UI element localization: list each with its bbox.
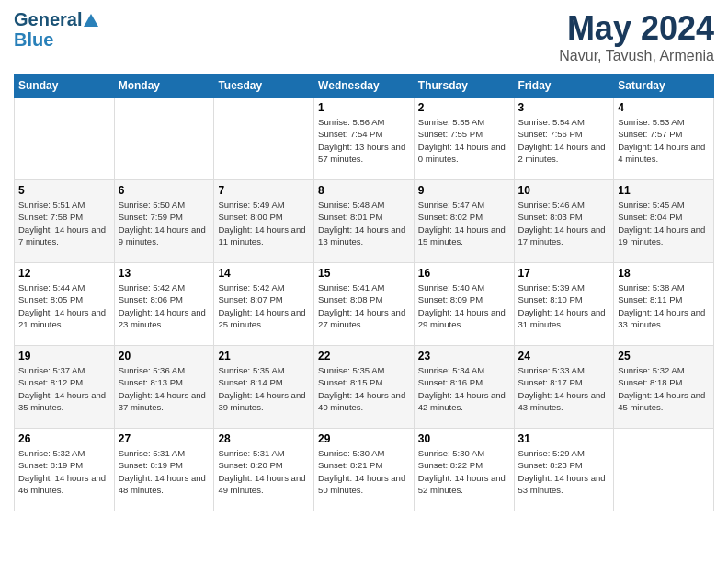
day-number: 16 (418, 267, 510, 280)
table-row: 9Sunrise: 5:47 AMSunset: 8:02 PMDaylight… (414, 180, 514, 263)
week-row-2: 12Sunrise: 5:44 AMSunset: 8:05 PMDayligh… (15, 263, 714, 346)
table-row: 28Sunrise: 5:31 AMSunset: 8:20 PMDayligh… (214, 429, 314, 511)
table-row (614, 429, 714, 511)
cell-info: Sunrise: 5:51 AMSunset: 7:58 PMDaylight:… (18, 199, 110, 247)
day-number: 12 (18, 267, 110, 280)
day-number: 6 (119, 184, 210, 197)
table-row (15, 98, 115, 180)
table-row: 12Sunrise: 5:44 AMSunset: 8:05 PMDayligh… (15, 263, 115, 346)
header: General Blue May 2024 Navur, Tavush, Arm… (14, 9, 714, 64)
day-number: 10 (518, 184, 610, 197)
table-row: 27Sunrise: 5:31 AMSunset: 8:19 PMDayligh… (114, 429, 214, 511)
cell-info: Sunrise: 5:50 AMSunset: 7:59 PMDaylight:… (119, 199, 210, 247)
table-row: 26Sunrise: 5:32 AMSunset: 8:19 PMDayligh… (15, 429, 115, 511)
table-row: 5Sunrise: 5:51 AMSunset: 7:58 PMDaylight… (15, 180, 115, 263)
table-row: 25Sunrise: 5:32 AMSunset: 8:18 PMDayligh… (614, 346, 714, 429)
cell-info: Sunrise: 5:55 AMSunset: 7:55 PMDaylight:… (418, 116, 510, 165)
col-saturday: Saturday (614, 75, 714, 98)
cell-info: Sunrise: 5:33 AMSunset: 8:17 PMDaylight:… (518, 364, 610, 413)
week-row-1: 5Sunrise: 5:51 AMSunset: 7:58 PMDaylight… (15, 180, 714, 263)
table-row: 31Sunrise: 5:29 AMSunset: 8:23 PMDayligh… (514, 429, 614, 511)
cell-info: Sunrise: 5:47 AMSunset: 8:02 PMDaylight:… (418, 199, 510, 247)
cell-info: Sunrise: 5:42 AMSunset: 8:07 PMDaylight:… (218, 282, 310, 330)
cell-info: Sunrise: 5:37 AMSunset: 8:12 PMDaylight:… (18, 364, 110, 413)
svg-marker-0 (84, 14, 98, 27)
logo-general: General (14, 9, 82, 29)
day-number: 9 (418, 184, 510, 197)
day-number: 27 (119, 432, 210, 445)
cell-info: Sunrise: 5:45 AMSunset: 8:04 PMDaylight:… (618, 199, 710, 247)
col-monday: Monday (114, 75, 214, 98)
logo-icon (84, 12, 98, 27)
day-number: 14 (218, 267, 310, 280)
day-number: 18 (618, 267, 710, 280)
day-number: 3 (518, 101, 610, 114)
table-row: 10Sunrise: 5:46 AMSunset: 8:03 PMDayligh… (514, 180, 614, 263)
cell-info: Sunrise: 5:30 AMSunset: 8:21 PMDaylight:… (318, 447, 410, 496)
day-number: 20 (119, 350, 210, 362)
cell-info: Sunrise: 5:49 AMSunset: 8:00 PMDaylight:… (218, 199, 310, 247)
table-row: 15Sunrise: 5:41 AMSunset: 8:08 PMDayligh… (314, 263, 415, 346)
table-row: 14Sunrise: 5:42 AMSunset: 8:07 PMDayligh… (214, 263, 314, 346)
table-row (214, 98, 314, 180)
table-row: 16Sunrise: 5:40 AMSunset: 8:09 PMDayligh… (414, 263, 514, 346)
table-row: 20Sunrise: 5:36 AMSunset: 8:13 PMDayligh… (114, 346, 214, 429)
calendar-container: General Blue May 2024 Navur, Tavush, Arm… (0, 0, 728, 521)
day-number: 30 (418, 432, 510, 445)
day-number: 17 (518, 267, 610, 280)
day-number: 19 (18, 350, 110, 362)
calendar-title: May 2024 (559, 9, 714, 48)
day-number: 24 (518, 350, 610, 362)
day-number: 28 (218, 432, 310, 445)
cell-info: Sunrise: 5:31 AMSunset: 8:19 PMDaylight:… (119, 447, 210, 496)
table-row: 18Sunrise: 5:38 AMSunset: 8:11 PMDayligh… (614, 263, 714, 346)
header-row: Sunday Monday Tuesday Wednesday Thursday… (15, 75, 714, 98)
cell-info: Sunrise: 5:53 AMSunset: 7:57 PMDaylight:… (618, 116, 710, 165)
table-row: 3Sunrise: 5:54 AMSunset: 7:56 PMDaylight… (514, 98, 614, 180)
day-number: 5 (18, 184, 110, 197)
table-row: 22Sunrise: 5:35 AMSunset: 8:15 PMDayligh… (314, 346, 415, 429)
cell-info: Sunrise: 5:36 AMSunset: 8:13 PMDaylight:… (119, 364, 210, 413)
cell-info: Sunrise: 5:56 AMSunset: 7:54 PMDaylight:… (318, 116, 410, 165)
week-row-3: 19Sunrise: 5:37 AMSunset: 8:12 PMDayligh… (15, 346, 714, 429)
day-number: 7 (218, 184, 310, 197)
col-tuesday: Tuesday (214, 75, 314, 98)
day-number: 4 (618, 101, 710, 114)
cell-info: Sunrise: 5:39 AMSunset: 8:10 PMDaylight:… (518, 282, 610, 330)
table-row: 2Sunrise: 5:55 AMSunset: 7:55 PMDaylight… (414, 98, 514, 180)
table-row: 24Sunrise: 5:33 AMSunset: 8:17 PMDayligh… (514, 346, 614, 429)
table-row: 11Sunrise: 5:45 AMSunset: 8:04 PMDayligh… (614, 180, 714, 263)
col-thursday: Thursday (414, 75, 514, 98)
cell-info: Sunrise: 5:32 AMSunset: 8:18 PMDaylight:… (618, 364, 710, 413)
day-number: 26 (18, 432, 110, 445)
table-row: 1Sunrise: 5:56 AMSunset: 7:54 PMDaylight… (314, 98, 415, 180)
table-row: 17Sunrise: 5:39 AMSunset: 8:10 PMDayligh… (514, 263, 614, 346)
table-row: 8Sunrise: 5:48 AMSunset: 8:01 PMDaylight… (314, 180, 415, 263)
cell-info: Sunrise: 5:46 AMSunset: 8:03 PMDaylight:… (518, 199, 610, 247)
day-number: 8 (318, 184, 410, 197)
table-row: 30Sunrise: 5:30 AMSunset: 8:22 PMDayligh… (414, 429, 514, 511)
cell-info: Sunrise: 5:48 AMSunset: 8:01 PMDaylight:… (318, 199, 410, 247)
cell-info: Sunrise: 5:31 AMSunset: 8:20 PMDaylight:… (218, 447, 310, 496)
week-row-4: 26Sunrise: 5:32 AMSunset: 8:19 PMDayligh… (15, 429, 714, 511)
table-row: 21Sunrise: 5:35 AMSunset: 8:14 PMDayligh… (214, 346, 314, 429)
cell-info: Sunrise: 5:34 AMSunset: 8:16 PMDaylight:… (418, 364, 510, 413)
cell-info: Sunrise: 5:41 AMSunset: 8:08 PMDaylight:… (318, 282, 410, 330)
col-sunday: Sunday (15, 75, 115, 98)
cell-info: Sunrise: 5:40 AMSunset: 8:09 PMDaylight:… (418, 282, 510, 330)
day-number: 2 (418, 101, 510, 114)
calendar-subtitle: Navur, Tavush, Armenia (559, 48, 714, 64)
table-row: 13Sunrise: 5:42 AMSunset: 8:06 PMDayligh… (114, 263, 214, 346)
week-row-0: 1Sunrise: 5:56 AMSunset: 7:54 PMDaylight… (15, 98, 714, 180)
cell-info: Sunrise: 5:54 AMSunset: 7:56 PMDaylight:… (518, 116, 610, 165)
day-number: 25 (618, 350, 710, 362)
logo: General Blue (14, 9, 98, 50)
cell-info: Sunrise: 5:35 AMSunset: 8:14 PMDaylight:… (218, 364, 310, 413)
day-number: 22 (318, 350, 410, 362)
calendar-table: Sunday Monday Tuesday Wednesday Thursday… (14, 74, 714, 511)
table-row (114, 98, 214, 180)
day-number: 13 (119, 267, 210, 280)
cell-info: Sunrise: 5:30 AMSunset: 8:22 PMDaylight:… (418, 447, 510, 496)
cell-info: Sunrise: 5:35 AMSunset: 8:15 PMDaylight:… (318, 364, 410, 413)
cell-info: Sunrise: 5:44 AMSunset: 8:05 PMDaylight:… (18, 282, 110, 330)
